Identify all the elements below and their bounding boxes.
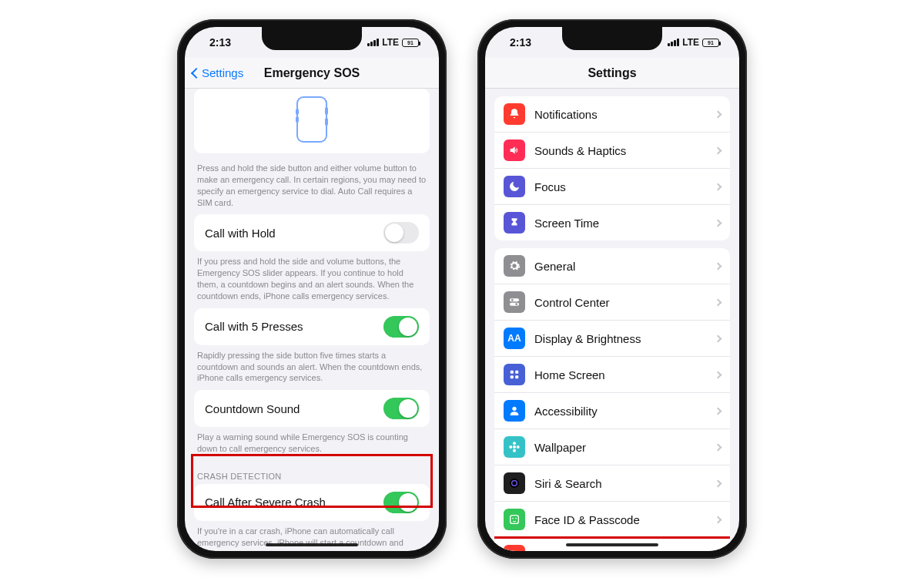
battery-icon: 91 [702,39,719,47]
five-footnote: Rapidly pressing the side button five ti… [185,345,439,391]
row-label: Sounds & Haptics [534,144,706,157]
chevron-right-icon [715,219,722,227]
chevron-right-icon [715,371,722,378]
svg-point-8 [512,407,516,411]
phone-left: 2:13 LTE 91 Settings Emergency SOS Press… [177,19,447,559]
chevron-right-icon [715,334,722,342]
row-label: Focus [534,180,706,193]
call-after-crash-toggle[interactable] [383,492,419,513]
moon-icon [504,176,525,197]
svg-point-10 [513,442,516,445]
hero-illustration [194,89,430,153]
settings-row-wallpaper[interactable]: Wallpaper [494,429,730,465]
navbar: Settings Emergency SOS [185,58,439,89]
svg-rect-0 [510,298,519,301]
row-label: Emergency SOS [534,549,706,552]
navbar: Settings [485,58,739,89]
hold-footnote: If you press and hold the side and volum… [185,251,439,307]
status-time: 2:13 [209,36,231,49]
flower-icon [504,436,525,458]
page-title: Emergency SOS [264,66,360,80]
row-label: Notifications [534,108,706,121]
svg-rect-7 [515,375,518,378]
svg-point-13 [517,445,520,449]
carrier-label: LTE [682,37,699,48]
settings-row-screen-time[interactable]: Screen Time [494,205,730,240]
row-countdown-sound: Countdown Sound [194,390,430,427]
hero-footnote: Press and hold the side button and eithe… [185,158,439,214]
svg-point-11 [513,449,516,452]
row-label: Wallpaper [534,441,706,454]
svg-point-17 [512,518,514,519]
settings-row-sounds-haptics[interactable]: Sounds & Haptics [494,133,730,169]
hourglass-icon [504,212,525,234]
chevron-right-icon [715,407,722,415]
chevron-right-icon [715,443,722,451]
switches-icon [504,291,525,313]
chevron-right-icon [715,479,722,487]
SOS-icon: SOS [504,545,525,551]
carrier-label: LTE [382,37,399,48]
settings-row-accessibility[interactable]: Accessibility [494,393,730,429]
countdown-sound-toggle[interactable] [383,398,419,419]
chevron-right-icon [715,516,722,523]
notch [562,27,662,50]
row-call-with-5: Call with 5 Presses [194,308,430,345]
call-with-hold-toggle[interactable] [383,222,419,244]
settings-row-face-id-passcode[interactable]: Face ID & Passcode [494,502,730,538]
settings-group-1: NotificationsSounds & HapticsFocusScreen… [494,96,730,240]
settings-row-home-screen[interactable]: Home Screen [494,357,730,393]
svg-rect-1 [510,303,519,306]
home-indicator[interactable] [566,543,658,546]
row-call-with-hold: Call with Hold [194,214,430,251]
AA-icon: AA [504,328,525,349]
settings-row-control-center[interactable]: Control Center [494,284,730,321]
settings-row-siri-search[interactable]: Siri & Search [494,465,730,502]
svg-point-9 [513,445,516,449]
settings-row-display-brightness[interactable]: AADisplay & Brightness [494,321,730,357]
settings-content[interactable]: NotificationsSounds & HapticsFocusScreen… [485,89,739,551]
row-label: Face ID & Passcode [534,513,706,526]
settings-row-focus[interactable]: Focus [494,169,730,205]
chevron-right-icon [715,262,722,270]
chevron-left-icon [191,67,202,78]
home-indicator[interactable] [266,543,358,546]
page-title: Settings [588,66,636,80]
face-icon [504,509,525,530]
svg-rect-4 [511,371,514,374]
signal-icon [367,39,379,46]
status-time: 2:13 [510,36,531,49]
phone-right: 2:13 LTE 91 Settings NotificationsSounds… [477,19,747,559]
row-label: Accessibility [534,405,706,418]
emergency-sos-content[interactable]: Press and hold the side button and eithe… [185,89,439,551]
svg-rect-6 [511,375,514,378]
crash-footnote: If you're in a car crash, iPhone can aut… [185,521,439,551]
chevron-right-icon [715,146,722,154]
back-label: Settings [202,66,243,79]
bell-icon [504,103,525,125]
call-after-crash-label: Call After Severe Crash [205,496,326,509]
row-label: Control Center [534,296,706,309]
notch [262,27,362,50]
chevron-right-icon [715,183,722,190]
back-button[interactable]: Settings [192,66,243,79]
row-label: General [534,260,706,273]
call-with-5-label: Call with 5 Presses [205,320,303,333]
battery-icon: 91 [402,39,419,47]
row-label: Screen Time [534,217,706,230]
person-icon [504,400,525,422]
svg-point-14 [510,479,519,488]
settings-row-general[interactable]: General [494,248,730,284]
svg-rect-5 [515,371,518,374]
svg-point-18 [515,518,517,519]
svg-rect-16 [511,516,519,524]
row-label: Siri & Search [534,477,706,490]
chevron-right-icon [715,298,722,306]
settings-row-notifications[interactable]: Notifications [494,96,730,133]
svg-point-3 [515,303,517,305]
call-with-hold-label: Call with Hold [205,227,276,240]
signal-icon [668,39,679,46]
svg-point-12 [509,445,512,449]
grid-icon [504,364,525,385]
call-with-5-toggle[interactable] [383,316,419,338]
